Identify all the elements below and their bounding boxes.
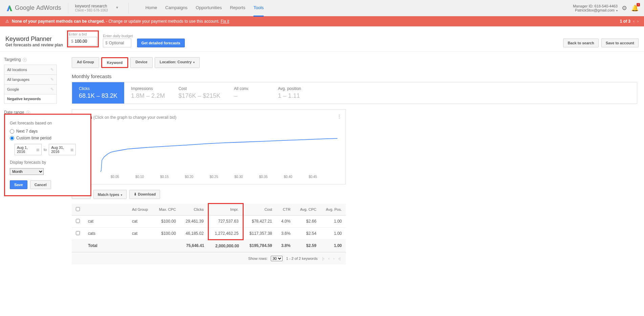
match-types-button[interactable]: Match types ▾: [93, 190, 127, 199]
header-right: Manager ID: 618-540-4463 PatrickStox@gma…: [573, 4, 639, 12]
date-inputs: Aug 1, 2016▦ to Aug 31, 2016▦: [15, 144, 86, 155]
radio-custom[interactable]: Custom time period: [10, 136, 86, 140]
notification-badge: !: [637, 3, 640, 6]
download-button[interactable]: ⬇ Download: [129, 190, 160, 199]
alert-prev[interactable]: ‹: [633, 19, 635, 24]
forecast-impressions[interactable]: Impressions1.8M – 2.2M: [124, 82, 172, 104]
chart-xlabels: $0.05$0.10$0.15$0.20$0.25$0.30$0.35$0.40…: [80, 174, 337, 179]
budget-input[interactable]: $: [103, 39, 131, 47]
tab-keyword[interactable]: Keyword: [101, 57, 128, 68]
forecast-cards: Clicks68.1K – 83.2K Impressions1.8M – 2.…: [72, 82, 637, 104]
fix-it-link[interactable]: Fix it: [221, 19, 229, 24]
nav-campaigns[interactable]: Campaigns: [165, 0, 187, 16]
tab-location[interactable]: Location: Country ▾: [155, 57, 200, 68]
cancel-button[interactable]: Cancel: [30, 180, 51, 189]
gear-icon[interactable]: ⚙: [622, 4, 627, 12]
rows-select[interactable]: 30: [271, 256, 283, 261]
divider: [68, 3, 68, 13]
row-checkbox[interactable]: [76, 219, 80, 223]
total-row: Total 75,646.41 2,000,000.00 $195,784.59…: [72, 240, 346, 252]
manager-id: Manager ID: 618-540-4463: [573, 4, 618, 8]
pencil-icon: ✎: [50, 67, 54, 72]
chart-menu-icon[interactable]: ⋮: [337, 114, 341, 119]
chevron-down-icon: ▾: [616, 9, 618, 12]
calendar-icon: ▦: [36, 148, 39, 152]
pencil-icon: ✎: [50, 77, 54, 82]
download-icon: ⬇: [134, 192, 137, 196]
bid-highlight: Enter a bid $: [67, 30, 99, 47]
save-to-account-button[interactable]: Save to account: [601, 39, 639, 47]
last-page[interactable]: ›|: [338, 256, 340, 261]
radio-next7[interactable]: Next 7 days: [10, 129, 86, 134]
save-button[interactable]: Save: [10, 180, 27, 189]
warning-icon: ⚠: [5, 19, 9, 24]
get-forecasts-button[interactable]: Get detailed forecasts: [137, 39, 185, 47]
back-to-search-button[interactable]: Back to search: [563, 39, 598, 47]
tabs: Ad Group Keyword Device Location: Countr…: [72, 57, 637, 68]
nav-tools[interactable]: Tools: [253, 0, 264, 17]
table-row: cats cat $100.00 46,185.02 1,272,462.25 …: [72, 227, 346, 240]
chevron-down-icon: ▾: [116, 5, 118, 10]
pencil-icon: ✎: [50, 87, 54, 92]
alert-bar: ⚠ None of your payment methods can be ch…: [0, 16, 644, 26]
header: Google AdWords keyword research Client •…: [0, 0, 644, 16]
prev-page[interactable]: ‹: [328, 256, 330, 261]
table-controls: Edit ▾ Match types ▾ ⬇ Download: [72, 190, 637, 199]
chevron-down-icon: ▾: [193, 61, 195, 64]
row-checkbox[interactable]: [76, 231, 80, 235]
targeting-locations[interactable]: All locations✎: [4, 65, 57, 75]
calendar-icon: ▦: [70, 148, 73, 152]
help-icon[interactable]: ?: [23, 58, 27, 62]
account-selector[interactable]: keyword research Client • 592-578-1063 ▾: [75, 4, 121, 12]
display-by-select[interactable]: Month: [10, 168, 44, 175]
forecast-cost[interactable]: Cost$176K – $215K: [172, 82, 227, 104]
page-title: Keyword Planner Get forecasts and review…: [5, 36, 63, 47]
tab-adgroup[interactable]: Ad Group: [72, 57, 99, 68]
alert-next[interactable]: ›: [637, 19, 639, 24]
forecasts-title: Monthly forecasts: [72, 73, 637, 79]
alert-pager: 1 of 3 ‹ ›: [620, 19, 639, 24]
targeting-header: Targeting ?: [4, 57, 57, 62]
display-by-label: Display forecasts by: [10, 160, 86, 165]
date-to-input[interactable]: Aug 31, 2016▦: [49, 144, 76, 155]
targeting-network[interactable]: Google✎: [4, 84, 57, 94]
divider: [128, 3, 129, 13]
table-footer: Show rows: 30 1 - 2 of 2 keywords |‹ ‹ ›…: [72, 252, 346, 265]
content: Ad Group Keyword Device Location: Countr…: [61, 52, 644, 270]
chart-box: Clicks (Click on the graph to change you…: [72, 109, 346, 184]
select-all-checkbox[interactable]: [76, 207, 80, 211]
user-email[interactable]: PatrickStox@gmail.com ▾: [573, 8, 618, 12]
row-range: 1 - 2 of 2 keywords: [286, 256, 317, 261]
popup-title: Get forecasts based on: [10, 121, 86, 126]
logo[interactable]: Google AdWords: [5, 4, 61, 12]
forecast-clicks[interactable]: Clicks68.1K – 83.2K: [72, 82, 124, 104]
main: Targeting ? All locations✎ All languages…: [0, 52, 644, 270]
table-row: cat cat $100.00 29,461.39 727,537.63 $78…: [72, 215, 346, 227]
toolbar: Keyword Planner Get forecasts and review…: [0, 26, 644, 52]
pager: |‹ ‹ › ›|: [321, 256, 342, 261]
nav-reports[interactable]: Reports: [230, 0, 245, 16]
targeting-languages[interactable]: All languages✎: [4, 74, 57, 85]
next-page[interactable]: ›: [333, 256, 335, 261]
nav-opportunities[interactable]: Opportunities: [196, 0, 222, 16]
budget-label: Enter daily budget: [103, 34, 133, 38]
bid-input[interactable]: $: [69, 37, 97, 46]
main-nav: Home Campaigns Opportunities Reports Too…: [146, 0, 264, 16]
keyword-table: Ad Group Max. CPC Clicks Impr. Cost CTR …: [72, 203, 346, 252]
date-from-input[interactable]: Aug 1, 2016▦: [15, 144, 42, 155]
bid-label: Enter a bid: [69, 32, 97, 36]
forecast-conv[interactable]: All conv.–: [227, 82, 271, 104]
adwords-logo-icon: [5, 4, 14, 12]
negative-keywords[interactable]: Negative keywords: [4, 94, 57, 104]
tab-device[interactable]: Device: [130, 57, 152, 68]
chart-title: Clicks (Click on the graph to change you…: [80, 115, 337, 120]
date-range-popup: Get forecasts based on Next 7 days Custo…: [4, 114, 91, 196]
chart-svg[interactable]: [80, 132, 337, 173]
forecast-avgpos[interactable]: Avg. position1 – 1.11: [271, 82, 315, 104]
bell-icon[interactable]: 🔔!: [631, 4, 639, 12]
first-page[interactable]: |‹: [322, 256, 325, 261]
nav-home[interactable]: Home: [146, 0, 157, 16]
